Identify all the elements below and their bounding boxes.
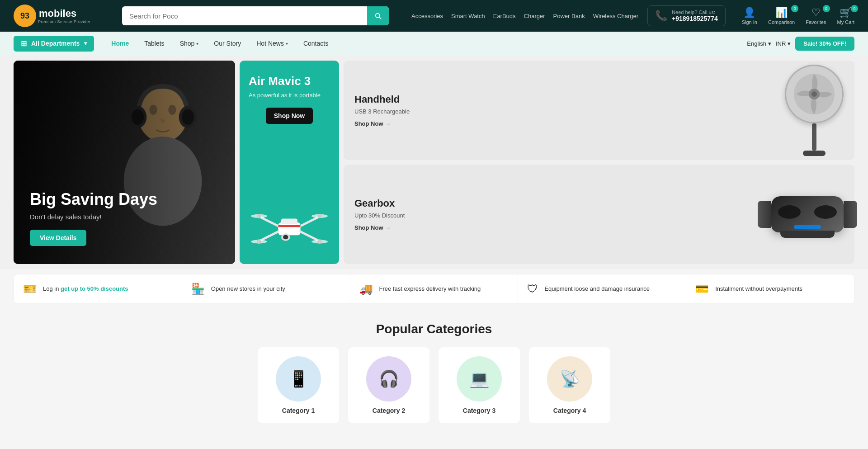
svg-rect-10 [281, 219, 297, 224]
fan-blades-svg [785, 65, 844, 123]
departments-icon: ⊞ [21, 39, 27, 48]
svg-rect-25 [278, 225, 300, 227]
vr-strap-right [844, 201, 857, 228]
hero-right-bottom-banner: Gearbox Upto 30% Discount Shop Now → [344, 165, 854, 264]
sign-in-button[interactable]: 👤 Sign In [742, 7, 757, 25]
svg-point-23 [257, 239, 261, 244]
hero-fan-text: Handheld USB 3 Rechargeable Shop Now → [354, 94, 410, 127]
phone-number[interactable]: +918918525774 [672, 15, 718, 22]
logo-wordmark: mobiles [39, 8, 91, 19]
vr-strap-left [758, 201, 771, 228]
hero-fan-subtitle: USB 3 Rechargeable [354, 108, 410, 115]
language-selector[interactable]: English ▾ [747, 40, 771, 47]
category-image-3: 💻 [457, 356, 502, 402]
quick-link-charger[interactable]: Charger [524, 13, 545, 19]
nav-contacts[interactable]: Contacts [297, 37, 335, 50]
quick-link-wirelesscharger[interactable]: Wireless Charger [593, 13, 638, 19]
category-card-1[interactable]: 📱 Category 1 [258, 347, 339, 423]
info-installment-text: Installment without overpayments [715, 285, 802, 293]
phone-icon: 📞 [655, 10, 667, 22]
sale-button[interactable]: Sale! 30% OFF! [795, 37, 854, 51]
search-button[interactable] [367, 6, 389, 25]
nav-shop[interactable]: Shop ▾ [174, 37, 205, 50]
category-image-4: 📡 [547, 356, 592, 402]
hot-news-chevron-icon: ▾ [286, 41, 288, 46]
nav-hot-news[interactable]: Hot News ▾ [250, 37, 294, 50]
info-login-text: Log in get up to 50% discounts [43, 285, 128, 293]
fan-image [785, 65, 844, 156]
fan-circle [785, 65, 844, 123]
category-image-1: 📱 [276, 356, 321, 402]
vr-left-lens [778, 205, 801, 219]
view-details-button[interactable]: View Details [30, 230, 86, 246]
info-item-stores: 🏪 Open new stores in your city [182, 274, 350, 303]
nav-home[interactable]: Home [105, 37, 135, 50]
hero-main-subtitle: Don't delay sales today! [30, 213, 157, 221]
nav-right: English ▾ INR ▾ Sale! 30% OFF! [747, 37, 854, 51]
search-input[interactable] [122, 6, 389, 25]
credit-card-icon: 💳 [695, 283, 709, 295]
nav-bar: ⊞ All Departments ▾ Home Tablets Shop ▾ … [0, 32, 868, 55]
all-departments-button[interactable]: ⊞ All Departments ▾ [14, 36, 94, 52]
currency-selector[interactable]: INR ▾ [776, 40, 791, 47]
favorites-icon: ♡ [811, 7, 821, 19]
hero-fan-title: Handheld [354, 94, 410, 105]
category-card-4[interactable]: 📡 Category 4 [529, 347, 610, 423]
category-card-3[interactable]: 💻 Category 3 [439, 347, 520, 423]
nav-tablets[interactable]: Tablets [138, 37, 170, 50]
phone-box: 📞 Need help? Call us: +918918525774 [647, 5, 726, 26]
quick-link-accessories[interactable]: Accessories [411, 13, 443, 19]
popular-categories-title: Popular Categories [14, 322, 854, 336]
hero-fan-shop-link[interactable]: Shop Now → [354, 120, 410, 127]
search-icon [374, 12, 382, 20]
favorites-badge: 0 [823, 5, 830, 12]
cart-button[interactable]: 0 🛒 My Cart [837, 7, 855, 25]
hero-main-title: Big Saving Days [30, 190, 157, 208]
cart-icon: 🛒 [840, 7, 852, 19]
info-discount-highlight: get up to 50% discounts [61, 285, 128, 292]
info-item-installment: 💳 Installment without overpayments [686, 274, 854, 303]
hero-section: Big Saving Days Don't delay sales today!… [0, 55, 868, 269]
signin-label: Sign In [742, 19, 757, 25]
hero-middle-image [249, 124, 330, 264]
signin-icon: 👤 [743, 7, 755, 19]
fan-stand [812, 123, 816, 151]
top-actions: 👤 Sign In 0 📊 Comparison 0 ♡ Favorites 0… [742, 7, 854, 25]
popular-categories-section: Popular Categories 📱 Category 1 🎧 Catego… [0, 308, 868, 423]
info-delivery-text: Free fast express delivery with tracking [379, 285, 481, 293]
departments-chevron-icon: ▾ [84, 40, 87, 47]
category-name-3: Category 3 [463, 407, 495, 414]
svg-line-13 [260, 217, 278, 226]
hero-middle-shop-button[interactable]: Shop Now [266, 108, 313, 124]
phone-need-text: Need help? Call us: [672, 9, 718, 15]
hero-vr-title: Gearbox [354, 198, 405, 209]
svg-line-14 [301, 217, 319, 226]
hero-vr-shop-link[interactable]: Shop Now → [354, 224, 405, 231]
category-name-4: Category 4 [553, 407, 586, 414]
logo[interactable]: 93 mobiles Premium Service Provider [14, 5, 104, 27]
categories-row: 📱 Category 1 🎧 Category 2 💻 Category 3 📡… [14, 347, 854, 423]
comparison-label: Comparison [768, 19, 795, 25]
svg-rect-9 [278, 222, 300, 236]
favorites-button[interactable]: 0 ♡ Favorites [806, 7, 826, 25]
quick-links: Accessories Smart Watch EarBuds Charger … [411, 13, 638, 19]
departments-label: All Departments [31, 40, 80, 47]
cart-badge: 0 [851, 5, 858, 12]
info-item-delivery: 🚚 Free fast express delivery with tracki… [350, 274, 519, 303]
quick-link-smartwatch[interactable]: Smart Watch [451, 13, 485, 19]
nav-our-story[interactable]: Our Story [208, 37, 247, 50]
quick-link-powerbank[interactable]: Power Bank [553, 13, 585, 19]
search-bar [122, 6, 389, 25]
store-icon: 🏪 [191, 283, 205, 295]
top-bar: 93 mobiles Premium Service Provider Acce… [0, 0, 868, 32]
comparison-badge: 0 [791, 5, 798, 12]
hero-right-column: Handheld USB 3 Rechargeable Shop Now → [344, 61, 854, 264]
svg-line-16 [301, 232, 319, 241]
hero-main-banner: Big Saving Days Don't delay sales today!… [14, 61, 235, 264]
category-card-2[interactable]: 🎧 Category 2 [348, 347, 429, 423]
quick-link-earbuds[interactable]: EarBuds [493, 13, 516, 19]
hero-middle-banner: Air Mavic 3 As powerful as it is portabl… [240, 61, 339, 264]
logo-circle: 93 [14, 5, 36, 27]
info-stores-text: Open new stores in your city [211, 285, 285, 293]
comparison-button[interactable]: 0 📊 Comparison [768, 7, 795, 25]
